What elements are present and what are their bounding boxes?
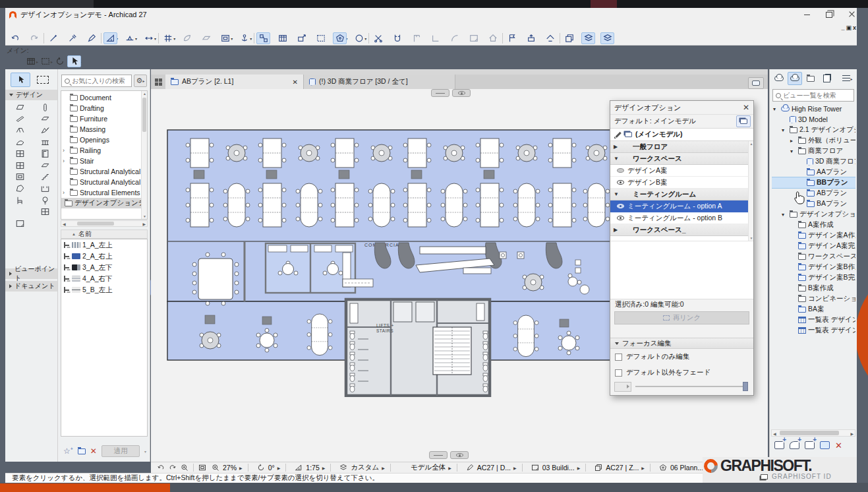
favorites-tree-item[interactable]: Structural Analytical [61, 177, 141, 187]
navigator-tree-item[interactable]: ▾ 商業フロア [772, 146, 855, 156]
menu-item[interactable] [91, 26, 100, 27]
tab-3d-commercial[interactable]: (!) 3D 商業フロア [3D / 全て] [304, 75, 455, 89]
toolbox-document-header[interactable]: ドキュメント [5, 281, 57, 292]
navigator-tree-item[interactable]: BBプラン [772, 177, 855, 188]
favorites-tree-item[interactable]: Drafting [61, 103, 141, 113]
apply-dropdown[interactable]: ▾ [144, 449, 146, 454]
clone-folder-icon[interactable] [790, 441, 799, 449]
navigator-tree-item[interactable]: ▾ 2.1 デザインオプション [772, 125, 855, 135]
favorites-tree-item[interactable]: Document [61, 92, 141, 103]
panel-tool[interactable] [7, 218, 32, 230]
morph-tool[interactable] [7, 183, 32, 195]
favorites-tree-item[interactable]: Furniture [61, 113, 141, 124]
fade-slider-thumb[interactable] [743, 382, 748, 391]
favorites-tree-item[interactable]: › Structural Elements [61, 187, 141, 198]
navigator-tree-item[interactable]: BA案 [772, 304, 855, 315]
favorites-search[interactable] [61, 75, 132, 87]
navigator-search[interactable] [772, 89, 854, 102]
fade-slider[interactable] [635, 386, 748, 387]
design-option-row[interactable]: ▶ 一般フロア [610, 141, 748, 153]
menu-item[interactable] [54, 26, 63, 27]
navigator-tree-item[interactable]: BAプラン [772, 199, 855, 209]
wall-tool[interactable] [7, 102, 32, 113]
roof-tool[interactable] [7, 125, 32, 137]
favorite-item[interactable]: 5_B_左上 [61, 284, 147, 295]
palette-close-icon[interactable]: ✕ [743, 103, 749, 112]
favorites-search-input[interactable] [72, 77, 129, 84]
mesh-tool[interactable] [32, 125, 57, 137]
new-folder-icon[interactable] [78, 448, 86, 454]
navigator-tree-item[interactable]: AAプラン [772, 167, 855, 177]
design-option-row[interactable]: デザインA案 [610, 165, 748, 177]
mdi-window-controls[interactable]: _▣x [841, 24, 857, 31]
delete-favorite-icon[interactable]: ✕ [90, 446, 97, 456]
skylight-tool[interactable] [32, 160, 57, 171]
navigator-tree-item[interactable]: ▾ デザインオプションデモ [772, 209, 855, 220]
column-tool[interactable] [32, 102, 57, 113]
minimize-button[interactable] [796, 8, 818, 21]
favorites-tree-item[interactable]: › Stair [61, 156, 141, 166]
apply-button[interactable]: 適用 [101, 445, 140, 457]
edit-target-row[interactable]: (メインモデル) [610, 128, 753, 141]
navigator-tree-item[interactable]: コンビネーションビュー作成 [772, 293, 855, 304]
zoom-next-icon[interactable] [167, 463, 179, 472]
arrow-tool-button[interactable] [11, 73, 30, 87]
zoom-previous-icon[interactable] [155, 463, 167, 472]
favorite-item[interactable]: 2_A_右上 [61, 251, 147, 262]
marquee-tool-button[interactable] [33, 73, 53, 87]
hidden-toolbar-pill-bottom[interactable] [429, 451, 448, 459]
zone-tool[interactable] [32, 183, 57, 195]
railing-tool[interactable] [32, 137, 57, 148]
favorite-item[interactable]: 1_A_左上 [61, 239, 147, 251]
orientation[interactable]: 0° ▶ [254, 463, 292, 472]
grid-element-tool[interactable] [32, 206, 57, 218]
navigator-tree-item[interactable]: B案作成 [772, 283, 855, 293]
visibility-pill[interactable] [452, 89, 471, 97]
navigator-tree-item[interactable]: ▾ High Rise Tower [772, 104, 855, 114]
default-only-checkbox[interactable] [615, 354, 622, 361]
window-tool[interactable] [7, 160, 32, 171]
view-map-button[interactable] [803, 72, 818, 85]
model-view-options[interactable]: 03 Buildi... ▶ [528, 463, 592, 472]
menu-item[interactable] [82, 26, 91, 27]
project-chooser-button[interactable] [772, 72, 786, 85]
design-option-row[interactable]: ミーティングルーム - option A [610, 200, 748, 212]
layer-combination[interactable]: カスタム ▶ [336, 463, 396, 472]
navigator-tree-item[interactable]: デザイン案A作成 [772, 230, 855, 241]
navigator-tree-item[interactable]: ワークスペース作成 [772, 251, 855, 262]
delete-view-icon[interactable]: ✕ [835, 441, 842, 450]
view-settings-icon[interactable] [820, 441, 830, 449]
palette-title-bar[interactable]: デザインオプション ✕ [610, 101, 753, 114]
restore-button[interactable] [818, 8, 840, 21]
equipment-tool[interactable] [7, 206, 32, 218]
structure-display[interactable]: モデル全体 ▶ [396, 463, 463, 472]
new-folder-icon[interactable] [805, 441, 815, 449]
curtain-wall-tool[interactable] [7, 148, 32, 160]
navigator-tree-item[interactable]: 一覧表 デザインA案リスト [772, 315, 855, 325]
navigator-tree-item[interactable]: 3D Model [772, 114, 855, 125]
shell-tool[interactable] [7, 137, 32, 148]
layout-book-button[interactable] [819, 72, 834, 85]
menu-item[interactable] [26, 26, 36, 27]
menu-item[interactable] [17, 26, 26, 27]
menu-item[interactable] [63, 26, 72, 27]
pen-set[interactable]: AC27 | D... ▶ [463, 463, 528, 472]
favorites-tree-item[interactable]: › Railing [61, 145, 141, 156]
object-tool[interactable] [7, 195, 32, 206]
favorites-tree-item[interactable]: Structural Analytical [61, 166, 141, 177]
project-map-button[interactable] [788, 72, 802, 85]
design-option-row[interactable]: ▶ ワークスペース_ [610, 224, 748, 236]
new-viewpoint-icon[interactable] [774, 441, 784, 449]
navigator-search-input[interactable] [783, 92, 851, 99]
design-option-row[interactable]: ミーティングルーム - option B [610, 212, 748, 224]
stair-tool[interactable] [32, 171, 57, 183]
navigator-tree-item[interactable]: デザイン案B作成 [772, 262, 855, 272]
visibility-eye-icon[interactable] [617, 216, 624, 220]
toolbox-viewpoint-header[interactable]: ビューポイント [5, 268, 57, 279]
navigator-tree-item[interactable]: ▸ 外観（ボリューム） [772, 135, 855, 146]
visibility-eye-icon[interactable] [617, 204, 624, 208]
beam-tool[interactable] [7, 113, 32, 125]
opening-tool[interactable] [7, 171, 32, 183]
option-combinations-button[interactable] [736, 115, 751, 127]
favorites-list-header[interactable]: ▲名前 [61, 230, 148, 239]
